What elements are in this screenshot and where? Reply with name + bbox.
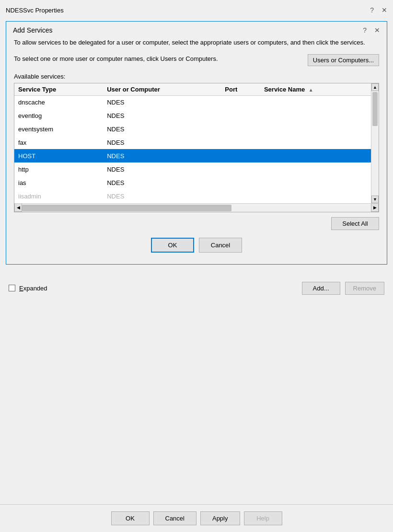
table-row[interactable]: ias NDES bbox=[14, 176, 371, 189]
users-instruction: To select one or more user or computer n… bbox=[14, 54, 308, 64]
table-row[interactable]: eventlog NDES bbox=[14, 109, 371, 122]
cell-port bbox=[221, 122, 260, 136]
dialog-ok-button[interactable]: OK bbox=[151, 238, 194, 253]
col-service-type: Service Type bbox=[14, 83, 103, 96]
expanded-row: Expanded bbox=[9, 285, 47, 292]
cell-port bbox=[221, 189, 260, 203]
scroll-up-arrow[interactable]: ▲ bbox=[371, 83, 379, 91]
col-service-name: Service Name ▲ bbox=[260, 83, 371, 96]
table-inner: Service Type User or Computer Port Servi… bbox=[14, 83, 371, 203]
cell-service-type: HOST bbox=[14, 149, 103, 162]
table-row[interactable]: dnscache NDES bbox=[14, 95, 371, 109]
outer-window-title: NDESSvc Properties bbox=[6, 7, 64, 14]
cell-service-name bbox=[260, 95, 371, 109]
outer-button-group: Add... Remove bbox=[302, 282, 384, 295]
cell-service-name bbox=[260, 162, 371, 176]
cell-service-type: dnscache bbox=[14, 95, 103, 109]
cell-user-computer: NDES bbox=[103, 162, 221, 176]
cell-user-computer: NDES bbox=[103, 136, 221, 149]
users-row: To select one or more user or computer n… bbox=[14, 54, 379, 66]
table-row[interactable]: eventsystem NDES bbox=[14, 122, 371, 136]
table-row[interactable]: http NDES bbox=[14, 162, 371, 176]
dialog-close-button[interactable]: ✕ bbox=[374, 26, 380, 34]
cell-service-name bbox=[260, 109, 371, 122]
h-scroll-track bbox=[22, 204, 371, 212]
outer-title-controls: ? ✕ bbox=[370, 6, 387, 14]
add-button[interactable]: Add... bbox=[302, 282, 340, 295]
remove-button[interactable]: Remove bbox=[345, 282, 384, 295]
outer-dialog-bottom: Expanded Add... Remove bbox=[0, 270, 393, 300]
cell-service-type: iisadmin bbox=[14, 189, 103, 203]
cell-service-name bbox=[260, 136, 371, 149]
cell-user-computer: NDES bbox=[103, 176, 221, 189]
dialog-cancel-button[interactable]: Cancel bbox=[199, 238, 242, 253]
scroll-track bbox=[371, 127, 379, 196]
expanded-underline-e: E bbox=[19, 285, 23, 292]
cell-user-computer: NDES bbox=[103, 122, 221, 136]
col-user-computer: User or Computer bbox=[103, 83, 221, 96]
outer-help-button[interactable]: ? bbox=[370, 6, 374, 14]
table-row[interactable]: fax NDES bbox=[14, 136, 371, 149]
select-all-row: Select All bbox=[14, 217, 379, 230]
scroll-right-arrow[interactable]: ▶ bbox=[371, 203, 379, 212]
scroll-thumb[interactable] bbox=[372, 92, 378, 126]
cell-user-computer: NDES bbox=[103, 95, 221, 109]
cell-service-type: ias bbox=[14, 176, 103, 189]
table-row[interactable]: iisadmin NDES bbox=[14, 189, 371, 203]
expanded-label-rest: xpanded bbox=[23, 285, 47, 292]
outer-title-bar: NDESSvc Properties ? ✕ bbox=[0, 0, 393, 19]
h-scroll-thumb[interactable] bbox=[22, 205, 231, 211]
scroll-down-arrow[interactable]: ▼ bbox=[371, 196, 379, 203]
users-or-computers-button[interactable]: Users or Computers... bbox=[308, 54, 379, 66]
scroll-left-arrow[interactable]: ◀ bbox=[14, 203, 22, 212]
cell-port bbox=[221, 136, 260, 149]
dialog-title-bar: Add Services ? ✕ bbox=[6, 22, 387, 38]
cell-port bbox=[221, 109, 260, 122]
cell-user-computer: NDES bbox=[103, 109, 221, 122]
available-services-label: Available services: bbox=[14, 73, 379, 80]
dialog-content: To allow services to be delegated for a … bbox=[6, 38, 387, 264]
cell-service-name bbox=[260, 189, 371, 203]
expanded-checkbox[interactable] bbox=[9, 285, 15, 291]
vertical-scrollbar[interactable]: ▲ ▼ bbox=[371, 83, 379, 203]
footer-bar: OK Cancel Apply Help bbox=[0, 504, 393, 532]
cell-port bbox=[221, 95, 260, 109]
cell-port bbox=[221, 162, 260, 176]
services-table: Service Type User or Computer Port Servi… bbox=[14, 83, 371, 203]
horizontal-scrollbar[interactable]: ◀ ▶ bbox=[14, 203, 379, 212]
col-port: Port bbox=[221, 83, 260, 96]
footer-apply-button[interactable]: Apply bbox=[200, 511, 240, 525]
table-row[interactable]: HOST NDES bbox=[14, 149, 371, 162]
table-with-scrollbar: Service Type User or Computer Port Servi… bbox=[14, 83, 379, 203]
expanded-label: Expanded bbox=[19, 285, 47, 292]
cell-port bbox=[221, 176, 260, 189]
cell-service-type: http bbox=[14, 162, 103, 176]
cell-service-type: fax bbox=[14, 136, 103, 149]
outer-bottom-row: Expanded Add... Remove bbox=[9, 277, 384, 300]
footer-help-button[interactable]: Help bbox=[244, 511, 282, 525]
select-all-button[interactable]: Select All bbox=[331, 217, 379, 230]
outer-window: NDESSvc Properties ? ✕ Add Services ? ✕ … bbox=[0, 0, 393, 532]
cell-service-type: eventlog bbox=[14, 109, 103, 122]
add-services-dialog: Add Services ? ✕ To allow services to be… bbox=[6, 21, 387, 265]
outer-close-button[interactable]: ✕ bbox=[381, 6, 387, 14]
cell-service-name bbox=[260, 149, 371, 162]
cell-user-computer: NDES bbox=[103, 149, 221, 162]
footer-cancel-button[interactable]: Cancel bbox=[153, 511, 196, 525]
cell-user-computer: NDES bbox=[103, 189, 221, 203]
cell-service-type: eventsystem bbox=[14, 122, 103, 136]
table-header: Service Type User or Computer Port Servi… bbox=[14, 83, 371, 96]
dialog-controls: ? ✕ bbox=[363, 26, 380, 34]
ok-cancel-row: OK Cancel bbox=[14, 238, 379, 253]
cell-port bbox=[221, 149, 260, 162]
table-body: dnscache NDES eventlog NDES bbox=[14, 95, 371, 203]
instructions-text: To allow services to be delegated for a … bbox=[14, 38, 379, 47]
cell-service-name bbox=[260, 176, 371, 189]
footer-ok-button[interactable]: OK bbox=[111, 511, 150, 525]
cell-service-name bbox=[260, 122, 371, 136]
dialog-title: Add Services bbox=[13, 26, 52, 34]
services-table-container: Service Type User or Computer Port Servi… bbox=[14, 83, 379, 212]
sort-arrow-icon: ▲ bbox=[309, 87, 313, 93]
dialog-help-button[interactable]: ? bbox=[363, 26, 367, 34]
